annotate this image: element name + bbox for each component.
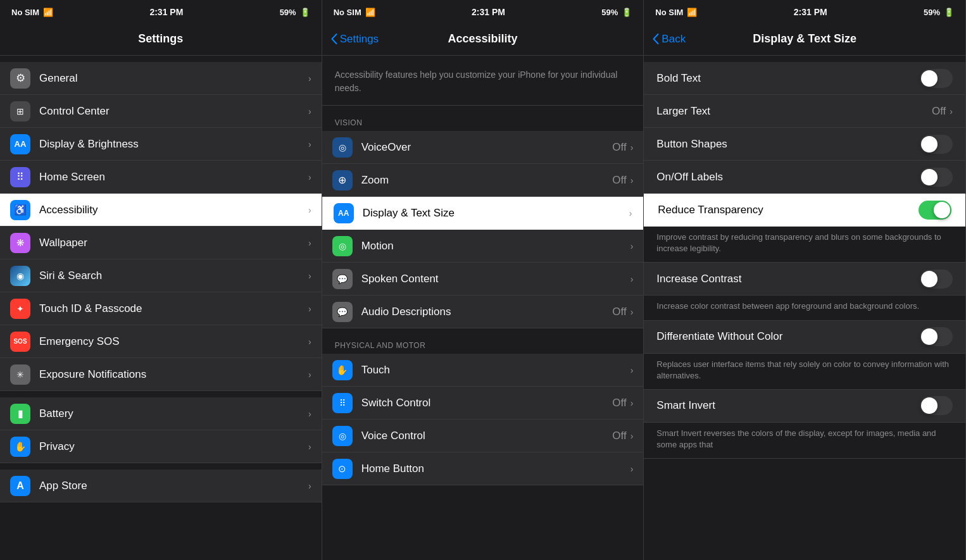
settings-item-privacy[interactable]: ✋ Privacy › [0,430,322,463]
voiceover-icon: ◎ [332,137,353,158]
audio-label: Audio Descriptions [361,306,613,318]
battery-label: Battery [39,408,308,420]
settings-item-home-screen[interactable]: ⠿ Home Screen › [0,161,322,194]
button-shapes-knob [921,136,938,152]
settings-item-general[interactable]: ⚙ General › [0,62,322,95]
wallpaper-label: Wallpaper [39,237,308,249]
audio-chevron: › [630,307,634,317]
acc-item-spoken[interactable]: 💬 Spoken Content › [322,263,644,296]
button-shapes-toggle[interactable] [920,135,953,154]
no-sim-label-3: No SIM [655,8,683,17]
settings-item-wallpaper[interactable]: ❋ Wallpaper › [0,227,322,259]
back-label-display: Back [662,33,686,46]
acc-item-touch[interactable]: ✋ Touch › [322,354,644,387]
battery-icon-2: 🔋 [622,8,632,17]
onoff-labels-toggle[interactable] [920,168,953,187]
back-button-display[interactable]: Back [653,33,686,46]
settings-item-appstore[interactable]: A App Store › [0,470,322,502]
status-left-3: No SIM 📶 [655,8,697,17]
bold-text-toggle[interactable] [920,69,953,88]
spoken-label: Spoken Content [361,273,630,285]
vision-section-header: VISION [322,106,644,131]
back-label-accessibility: Settings [340,33,379,46]
differentiate-toggle[interactable] [920,327,953,346]
display-item-button-shapes[interactable]: Button Shapes [644,128,965,161]
home-screen-chevron: › [308,172,311,182]
display-item-larger-text[interactable]: Larger Text Off › [644,95,965,128]
settings-list[interactable]: ⚙ General › ⊞ Control Center › AA Displa… [0,56,322,560]
status-right-3: 59% 🔋 [924,8,954,17]
display-item-onoff-labels[interactable]: On/Off Labels [644,161,965,194]
display-text-list[interactable]: Bold Text Larger Text Off › Button Shape… [644,56,965,560]
button-shapes-label: Button Shapes [656,138,920,151]
smart-invert-label: Smart Invert [656,399,920,412]
status-left-2: No SIM 📶 [334,8,375,17]
battery-icon-1: 🔋 [300,8,310,17]
settings-item-sos[interactable]: SOS Emergency SOS › [0,325,322,358]
zoom-value: Off [612,174,626,187]
acc-item-motion[interactable]: ◎ Motion › [322,230,644,263]
voice-control-label: Voice Control [361,430,613,442]
sos-chevron: › [308,337,311,347]
battery-chevron: › [308,409,311,419]
acc-item-voice-control[interactable]: ◎ Voice Control Off › [322,420,644,452]
wallpaper-icon: ❋ [10,233,30,253]
acc-item-voiceover[interactable]: ◎ VoiceOver Off › [322,131,644,164]
settings-item-control-center[interactable]: ⊞ Control Center › [0,95,322,128]
settings-item-accessibility[interactable]: ♿ Accessibility › [0,194,322,227]
differentiate-knob [921,328,938,345]
zoom-label: Zoom [361,174,613,187]
general-label: General [39,72,308,85]
display-label: Display & Brightness [39,138,308,151]
display-icon: AA [10,134,30,154]
voice-control-icon: ◎ [332,426,353,446]
increase-contrast-toggle[interactable] [920,270,953,289]
larger-text-chevron: › [950,106,953,116]
settings-panel: No SIM 📶 2:31 PM 59% 🔋 Settings ⚙ Genera… [0,0,322,560]
display-item-bold-text[interactable]: Bold Text [644,62,965,95]
home-button-label: Home Button [361,463,630,475]
home-screen-icon: ⠿ [10,167,30,187]
touch-icon: ✋ [332,360,353,380]
settings-item-touchid[interactable]: ✦ Touch ID & Passcode › [0,292,322,325]
status-bar-2: No SIM 📶 2:31 PM 59% 🔋 [322,0,644,23]
acc-item-audio[interactable]: 💬 Audio Descriptions Off › [322,296,644,328]
display-item-increase-contrast[interactable]: Increase Contrast [644,263,965,296]
accessibility-panel: No SIM 📶 2:31 PM 59% 🔋 Settings Accessib… [322,0,644,560]
display-item-smart-invert[interactable]: Smart Invert [644,390,965,423]
settings-item-display[interactable]: AA Display & Brightness › [0,128,322,161]
larger-text-value: Off [932,105,946,118]
acc-item-zoom[interactable]: ⊕ Zoom Off › [322,164,644,197]
display-text-chevron: › [629,208,632,218]
switch-label: Switch Control [361,397,613,409]
bold-text-label: Bold Text [656,72,920,85]
privacy-label: Privacy [39,440,308,453]
display-chevron: › [308,139,311,149]
acc-item-switch[interactable]: ⠿ Switch Control Off › [322,387,644,420]
switch-value: Off [612,397,626,409]
sos-label: Emergency SOS [39,335,308,348]
siri-label: Siri & Search [39,270,308,282]
settings-item-siri[interactable]: ◉ Siri & Search › [0,259,322,292]
home-screen-label: Home Screen [39,171,308,184]
display-item-reduce-transparency[interactable]: Reduce Transparency [644,194,965,227]
increase-contrast-label: Increase Contrast [656,273,920,285]
motion-icon: ◎ [332,236,353,256]
back-button-accessibility[interactable]: Settings [331,33,379,46]
status-time-1: 2:31 PM [149,7,183,17]
appstore-icon: A [10,476,30,496]
settings-item-battery[interactable]: ▮ Battery › [0,397,322,430]
touchid-icon: ✦ [10,299,30,319]
switch-chevron: › [630,398,634,408]
exposure-label: Exposure Notifications [39,368,308,381]
privacy-chevron: › [308,442,311,452]
display-item-differentiate[interactable]: Differentiate Without Color [644,321,965,354]
no-sim-label-2: No SIM [334,8,361,17]
settings-item-exposure[interactable]: ✳ Exposure Notifications › [0,358,322,391]
control-center-label: Control Center [39,105,308,118]
accessibility-list[interactable]: Accessibility features help you customiz… [322,56,644,560]
acc-item-home-button[interactable]: ⊙ Home Button › [322,452,644,485]
smart-invert-toggle[interactable] [920,396,953,415]
reduce-transparency-toggle[interactable] [919,201,951,220]
acc-item-display-text[interactable]: AA Display & Text Size › [322,197,644,230]
